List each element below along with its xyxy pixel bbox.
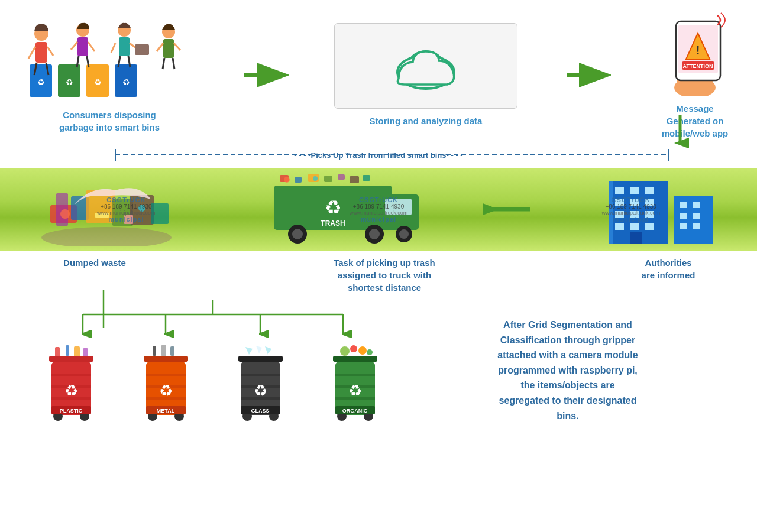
svg-rect-21 (119, 37, 130, 56)
top-row: ♻ ♻ ♻ ♻ (0, 0, 757, 140)
middle-band: ♻ TRASH (0, 168, 757, 251)
bins-left: ♻ PLASTIC (24, 300, 402, 429)
consumers-caption: Consumers disposing garbage into smart b… (59, 109, 160, 134)
svg-text:ATTENTION: ATTENTION (683, 63, 713, 69)
svg-point-158 (350, 345, 357, 352)
svg-rect-133 (170, 346, 174, 356)
svg-point-84 (284, 177, 290, 183)
svg-text:♻: ♻ (66, 77, 73, 87)
svg-rect-104 (680, 213, 687, 219)
svg-point-62 (60, 209, 70, 219)
svg-text:♻: ♻ (325, 197, 342, 218)
svg-rect-65 (124, 215, 133, 224)
svg-rect-81 (338, 174, 345, 180)
dashed-row: .dash { stroke-dasharray: 8,5; } - - - -… (24, 142, 733, 168)
consumers-group: ♻ ♻ ♻ ♻ (24, 17, 195, 134)
svg-rect-102 (680, 202, 687, 208)
svg-text:♻: ♻ (37, 77, 45, 87)
svg-rect-131 (153, 346, 156, 356)
svg-text:PLASTIC: PLASTIC (59, 408, 82, 414)
svg-text:♻: ♻ (64, 382, 77, 400)
svg-line-10 (28, 47, 35, 59)
svg-text:METAL: METAL (156, 408, 174, 414)
svg-rect-80 (324, 176, 332, 182)
svg-text:!: ! (695, 43, 700, 57)
glass-bin: ♻ GLASS (219, 344, 302, 424)
svg-point-159 (358, 346, 367, 355)
svg-line-29 (157, 43, 163, 51)
svg-text:♻: ♻ (94, 77, 102, 87)
svg-point-70 (292, 229, 303, 239)
diagram-container: ♻ ♻ ♻ ♻ (0, 0, 757, 532)
svg-line-22 (111, 43, 115, 53)
phone-image: ! ATTENTION (656, 11, 733, 96)
arrow-1 (241, 63, 289, 87)
metal-bin: ♻ METAL (124, 344, 207, 424)
svg-rect-78 (295, 177, 302, 183)
svg-point-157 (340, 346, 350, 356)
cloud-group: Storing and analyzing data (334, 23, 517, 127)
svg-rect-28 (163, 39, 174, 58)
arrow-truck-left (483, 197, 536, 221)
svg-rect-134 (144, 356, 188, 362)
svg-rect-82 (350, 176, 359, 183)
svg-rect-24 (135, 44, 149, 55)
consumers-image: ♻ ♻ ♻ ♻ (24, 17, 195, 103)
organic-bin: ♻ ORGANIC (313, 344, 396, 424)
svg-rect-105 (693, 213, 700, 219)
svg-rect-136 (146, 374, 186, 376)
arrow-2 (564, 63, 611, 87)
svg-rect-64 (95, 213, 109, 218)
after-grid-section: After Grid Segmentation and Classificati… (402, 300, 733, 429)
svg-rect-132 (161, 345, 166, 356)
bottom-caption-row: Dumped waste Task of picking up trash as… (0, 251, 757, 294)
svg-line-32 (173, 58, 174, 69)
svg-marker-145 (256, 346, 262, 353)
dumped-waste-caption: Dumped waste (35, 257, 154, 294)
svg-rect-9 (35, 42, 47, 63)
trash-truck-image: ♻ TRASH (238, 174, 428, 245)
svg-line-30 (174, 43, 180, 50)
waste-pile-image (35, 171, 177, 248)
svg-marker-144 (245, 347, 253, 355)
svg-rect-149 (241, 374, 280, 376)
svg-point-72 (369, 229, 380, 239)
svg-rect-123 (51, 374, 91, 376)
svg-rect-106 (680, 223, 687, 229)
building-image (591, 171, 722, 248)
down-arrow-message (671, 112, 689, 148)
after-grid-text: After Grid Segmentation and Classificati… (414, 317, 722, 423)
svg-text:ORGANIC: ORGANIC (342, 408, 367, 414)
svg-point-54 (41, 227, 172, 246)
svg-rect-147 (238, 356, 283, 362)
tree-lines (41, 300, 384, 338)
svg-rect-15 (77, 37, 88, 56)
svg-marker-146 (265, 346, 271, 355)
authorities-caption: Authorities are informed (615, 257, 722, 294)
svg-text:♻: ♻ (122, 77, 130, 87)
vertical-line-waste (98, 290, 109, 331)
svg-rect-68 (385, 199, 412, 215)
svg-rect-83 (363, 175, 370, 181)
cloud-caption: Storing and analyzing data (370, 115, 483, 127)
svg-point-160 (367, 349, 373, 355)
svg-text:♻: ♻ (158, 382, 172, 400)
dashed-label: - - - -Picks Up Trash from filled smart … (294, 151, 462, 160)
svg-line-11 (47, 47, 53, 56)
svg-rect-109 (609, 181, 613, 244)
svg-text:TRASH: TRASH (321, 219, 345, 228)
svg-rect-107 (693, 223, 700, 229)
bins-row: ♻ PLASTIC (24, 344, 402, 424)
svg-rect-103 (693, 202, 700, 208)
svg-point-85 (313, 176, 318, 181)
svg-point-74 (399, 229, 409, 239)
message-group: ! ATTENTION Message Generated on mobile/… (656, 11, 733, 140)
svg-line-31 (163, 58, 164, 69)
svg-rect-61 (151, 203, 169, 224)
svg-text:GLASS: GLASS (251, 408, 269, 414)
svg-rect-120 (83, 348, 88, 357)
svg-point-63 (138, 205, 145, 212)
svg-rect-121 (49, 356, 93, 362)
svg-rect-161 (333, 356, 377, 362)
svg-line-16 (71, 42, 77, 50)
